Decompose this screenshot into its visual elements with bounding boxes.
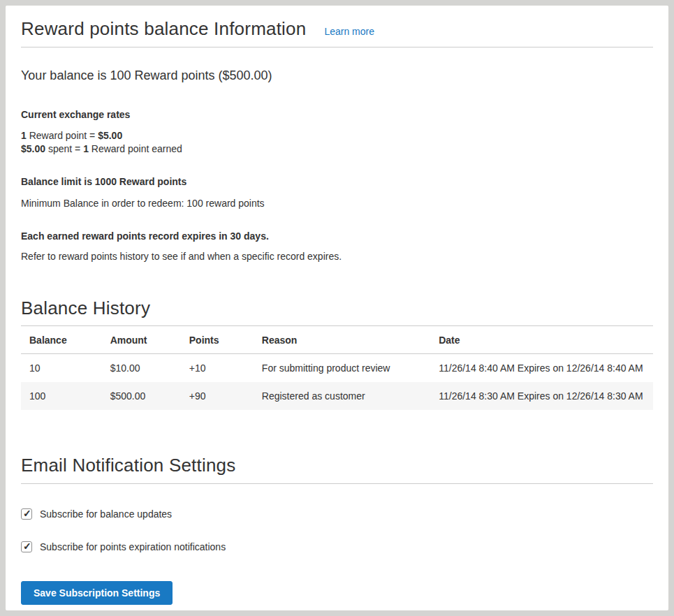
cell-points: +10 bbox=[182, 354, 255, 383]
balance-history-table: Balance Amount Points Reason Date 10 $10… bbox=[21, 326, 653, 410]
column-header-balance: Balance bbox=[21, 326, 103, 354]
cell-reason: Registered as customer bbox=[255, 382, 432, 410]
cell-date: 11/26/14 8:30 AM Expires on 12/26/14 8:3… bbox=[432, 382, 653, 410]
balance-updates-checkbox[interactable] bbox=[21, 508, 32, 520]
points-expiration-checkbox[interactable] bbox=[21, 541, 32, 552]
email-settings-title: Email Notification Settings bbox=[21, 455, 653, 476]
balance-updates-option: Subscribe for balance updates bbox=[21, 508, 653, 520]
balance-summary: Your balance is 100 Reward points ($500.… bbox=[21, 68, 653, 83]
cell-amount: $10.00 bbox=[103, 354, 182, 383]
table-header-row: Balance Amount Points Reason Date bbox=[21, 326, 653, 354]
exchange-rate-line-2: $5.00 spent = 1 Reward point earned bbox=[21, 142, 653, 156]
exchange-rate-line-1: 1 Reward point = $5.00 bbox=[21, 129, 653, 142]
expiration-note-text: Refer to reward points history to see if… bbox=[21, 251, 653, 262]
learn-more-link[interactable]: Learn more bbox=[324, 26, 374, 37]
save-subscription-settings-button[interactable]: Save Subscription Settings bbox=[21, 581, 173, 605]
reward-points-panel: Reward points balance Information Learn … bbox=[6, 6, 668, 610]
cell-balance: 10 bbox=[21, 354, 103, 383]
panel-header: Reward points balance Information Learn … bbox=[21, 18, 653, 40]
divider bbox=[21, 483, 653, 484]
cell-reason: For submitting product review bbox=[255, 354, 432, 383]
points-expiration-option: Subscribe for points expiration notifica… bbox=[21, 541, 653, 552]
column-header-reason: Reason bbox=[255, 326, 432, 354]
table-row: 10 $10.00 +10 For submitting product rev… bbox=[21, 354, 653, 383]
balance-updates-label[interactable]: Subscribe for balance updates bbox=[40, 508, 172, 520]
table-row: 100 $500.00 +90 Registered as customer 1… bbox=[21, 382, 653, 410]
exchange-rates: 1 Reward point = $5.00 $5.00 spent = 1 R… bbox=[21, 129, 653, 156]
cell-points: +90 bbox=[182, 382, 255, 410]
cell-balance: 100 bbox=[21, 382, 103, 410]
divider bbox=[21, 47, 653, 47]
cell-date: 11/26/14 8:40 AM Expires on 12/26/14 8:4… bbox=[432, 354, 653, 383]
column-header-date: Date bbox=[432, 326, 653, 354]
cell-amount: $500.00 bbox=[103, 382, 182, 410]
expiration-rule-text: Each earned reward points record expires… bbox=[21, 230, 653, 242]
minimum-balance-text: Minimum Balance in order to redeem: 100 … bbox=[21, 198, 653, 209]
page-title: Reward points balance Information bbox=[21, 18, 306, 40]
column-header-points: Points bbox=[182, 326, 255, 354]
exchange-rates-heading: Current exchange rates bbox=[21, 109, 653, 120]
balance-history-title: Balance History bbox=[21, 298, 653, 319]
column-header-amount: Amount bbox=[103, 326, 182, 354]
points-expiration-label[interactable]: Subscribe for points expiration notifica… bbox=[40, 541, 226, 552]
balance-limit-text: Balance limit is 1000 Reward points bbox=[21, 176, 653, 187]
